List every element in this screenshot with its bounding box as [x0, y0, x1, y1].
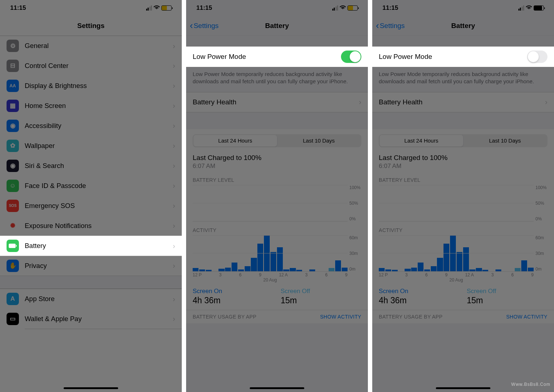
activity-bar: [309, 269, 315, 271]
cell-label: Wallet & Apple Pay: [25, 315, 173, 323]
general-icon: ⚙︎: [7, 40, 19, 52]
activity-bar: [392, 270, 398, 271]
cell-label: Face ID & Passcode: [25, 182, 173, 190]
cell-general[interactable]: ⚙︎General›: [0, 36, 182, 56]
battery-health-cell[interactable]: Battery Health ›: [372, 92, 554, 112]
segmented-control[interactable]: Last 24 Hours Last 10 Days: [193, 134, 361, 147]
home-indicator: [436, 387, 490, 389]
screen-on: Screen On 4h 36m: [193, 288, 273, 305]
activity-bar: [469, 269, 475, 271]
spacer: [372, 36, 554, 47]
chevron-right-icon: ›: [359, 98, 361, 106]
lpm-switch[interactable]: [341, 51, 361, 63]
settings-list: ⚙︎General›⊟Control Center›AADisplay & Br…: [0, 36, 182, 236]
seg-10d[interactable]: Last 10 Days: [277, 135, 361, 147]
chevron-right-icon: ›: [173, 141, 175, 150]
activity-chart: ACTIVITY 60m30m0m 12 P36912 A369 20 Aug: [372, 221, 554, 283]
show-activity-link[interactable]: SHOW ACTIVITY: [506, 314, 547, 320]
low-power-mode-row[interactable]: Low Power Mode: [186, 47, 368, 67]
cell-label: App Store: [25, 295, 173, 303]
status-bar: 11:15: [0, 0, 182, 16]
activity-bar: [296, 270, 302, 271]
show-activity-link[interactable]: SHOW ACTIVITY: [320, 314, 361, 320]
cell-label: Exposure Notifications: [25, 222, 173, 230]
activity-bar: [379, 268, 385, 271]
activity-bar: [264, 235, 270, 271]
wifi-icon: [153, 5, 160, 11]
cell-wallet[interactable]: ▭Wallet & Apple Pay›: [0, 309, 182, 329]
screen-time-row: Screen On 4h 36m Screen Off 15m: [186, 283, 368, 310]
cell-siri[interactable]: ◉Siri & Search›: [0, 156, 182, 176]
activity-bar: [238, 269, 244, 271]
status-time: 11:15: [10, 4, 26, 12]
activity-bar: [463, 247, 469, 271]
screen-off: Screen Off 15m: [281, 288, 361, 305]
activity-bar: [257, 244, 263, 271]
battery-icon-black: [534, 5, 544, 11]
cell-exposure[interactable]: ✺Exposure Notifications›: [0, 216, 182, 236]
activity-bar: [431, 266, 437, 271]
last-charged: Last Charged to 100% 6:07 AM: [372, 150, 554, 171]
back-button[interactable]: ‹Settings: [376, 20, 405, 31]
activity-bar: [251, 258, 257, 271]
section-gap: [0, 276, 182, 289]
activity-bar: [476, 268, 482, 271]
spacer: [186, 112, 368, 129]
chevron-right-icon: ›: [173, 61, 175, 70]
cell-wallpaper[interactable]: ✿Wallpaper›: [0, 136, 182, 156]
chevron-right-icon: ›: [173, 81, 175, 90]
cell-appstore[interactable]: AApp Store›: [0, 289, 182, 309]
chevron-right-icon: ›: [173, 42, 175, 50]
activity-bar: [193, 268, 198, 271]
battery-icon-yellow: [348, 5, 358, 11]
seg-24h[interactable]: Last 24 Hours: [380, 135, 463, 147]
activity-bar: [225, 268, 231, 271]
low-power-mode-row[interactable]: Low Power Mode: [372, 47, 554, 67]
screen-battery-lpm-off: 11:15 ‹Settings Battery Low Power Mode L…: [372, 0, 554, 392]
page-title: Settings: [77, 22, 105, 30]
accessibility-icon: ◉: [7, 120, 19, 132]
activity-bar: [245, 266, 250, 271]
activity-bar: [232, 263, 237, 271]
activity-bar: [418, 263, 423, 271]
lpm-description: Low Power Mode temporarily reduces backg…: [372, 67, 554, 92]
battery-icon-yellow: [161, 5, 172, 11]
svg-rect-1: [16, 245, 17, 247]
status-bar: 11:15: [186, 0, 368, 16]
activity-chart: ACTIVITY 60m30m0m 12 P36912 A369 20 Aug: [186, 221, 368, 283]
cell-privacy[interactable]: ✋Privacy›: [0, 256, 182, 276]
faceid-icon: ☺︎: [7, 180, 19, 192]
cell-accessibility[interactable]: ◉Accessibility›: [0, 116, 182, 136]
seg-10d[interactable]: Last 10 Days: [463, 135, 547, 147]
activity-bar: [437, 258, 443, 271]
cell-label: Privacy: [25, 262, 173, 270]
battery-health-cell[interactable]: Battery Health ›: [186, 92, 368, 112]
exposure-icon: ✺: [7, 220, 19, 232]
settings-list-group2: AApp Store›▭Wallet & Apple Pay›: [0, 289, 182, 329]
activity-bar: [482, 270, 488, 271]
cell-battery[interactable]: Battery ›: [0, 236, 182, 256]
watermark: Www.BsBs8.Com: [511, 382, 550, 387]
status-time: 11:15: [382, 4, 398, 12]
lpm-switch[interactable]: [527, 51, 547, 63]
back-button[interactable]: ‹Settings: [190, 20, 218, 31]
cell-faceid[interactable]: ☺︎Face ID & Passcode›: [0, 176, 182, 196]
screen-time-row: Screen On 4h 36m Screen Off 15m: [372, 283, 554, 310]
cell-control-center[interactable]: ⊟Control Center›: [0, 56, 182, 76]
cell-display[interactable]: AADisplay & Brightness›: [0, 76, 182, 96]
segmented-control[interactable]: Last 24 Hours Last 10 Days: [379, 134, 547, 147]
cell-label: Home Screen: [25, 102, 173, 110]
screen-battery-lpm-on: 11:15 ‹Settings Battery Low Power Mode L…: [186, 0, 368, 392]
activity-bar: [199, 269, 205, 271]
chevron-right-icon: ›: [545, 98, 547, 106]
cell-label: Battery: [25, 242, 173, 250]
cell-home-screen[interactable]: ▦Home Screen›: [0, 96, 182, 116]
status-bar: 11:15: [372, 0, 554, 16]
seg-24h[interactable]: Last 24 Hours: [193, 135, 277, 147]
battery-usage-header: BATTERY USAGE BY APP SHOW ACTIVITY: [372, 310, 554, 323]
spacer: [186, 36, 368, 47]
cell-sos[interactable]: SOSEmergency SOS›: [0, 196, 182, 216]
cell-label: Accessibility: [25, 122, 173, 130]
activity-bar: [342, 268, 348, 271]
last-charged: Last Charged to 100% 6:07 AM: [186, 150, 368, 171]
